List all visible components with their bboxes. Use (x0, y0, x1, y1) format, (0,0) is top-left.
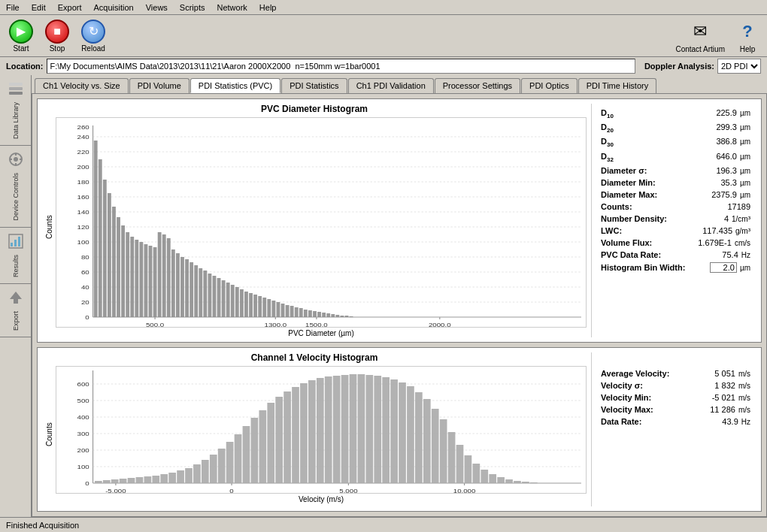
stat-volume-flux: Volume Flux: 1.679E-1 cm/s (601, 237, 750, 249)
sidebar-item-export[interactable]: Export (0, 284, 31, 337)
svg-rect-51 (130, 237, 134, 317)
svg-rect-176 (530, 482, 538, 483)
svg-rect-94 (326, 313, 330, 317)
tab-processor-settings[interactable]: Processor Settings (435, 78, 520, 93)
svg-rect-157 (374, 376, 381, 483)
svg-rect-10 (11, 243, 13, 246)
svg-rect-124 (103, 480, 111, 483)
pvc-histogram-svg: 0 20 40 60 80 100 120 140 160 180 (56, 118, 586, 328)
pvc-ylabel: Counts (42, 117, 56, 337)
svg-rect-45 (103, 180, 107, 317)
svg-rect-82 (271, 301, 275, 317)
velocity-max-value: 11 286 (690, 405, 735, 414)
toolbar: ▶ Start ■ Stop ↻ Reload ✉ Contact Artium… (0, 15, 767, 57)
svg-rect-88 (299, 308, 303, 317)
device-controls-label: Device Controls (12, 170, 20, 224)
start-button[interactable]: ▶ Start (6, 18, 36, 54)
svg-rect-98 (345, 316, 349, 317)
svg-rect-125 (111, 479, 119, 483)
ch1-chart-title: Channel 1 Velocity Histogram (42, 352, 587, 363)
reload-button[interactable]: ↻ Reload (78, 18, 108, 54)
diameter-min-value: 35.3 (692, 178, 737, 187)
svg-rect-167 (456, 445, 464, 483)
svg-rect-164 (432, 409, 439, 483)
pvc-data-rate-label: PVC Data Rate: (601, 250, 693, 259)
svg-rect-79 (258, 296, 262, 317)
svg-rect-12 (18, 237, 20, 246)
stat-histogram-bin: Histogram Bin Width: µm (601, 261, 750, 274)
volume-flux-unit: cm/s (735, 239, 750, 247)
menu-views[interactable]: Views (140, 2, 174, 14)
svg-rect-90 (308, 310, 312, 317)
menu-help[interactable]: Help (253, 2, 283, 14)
pvc-chart-title: PVC Diameter Histogram (42, 104, 587, 114)
velocity-sigma-label: Velocity σ: (601, 381, 690, 390)
velocity-min-value: -5 021 (690, 393, 735, 402)
svg-text:60: 60 (81, 269, 89, 276)
svg-rect-53 (139, 242, 143, 317)
tab-pdi-statistics[interactable]: PDI Statistics (281, 78, 347, 93)
menu-network[interactable]: Network (211, 2, 253, 14)
sidebar-item-data-library[interactable]: Data Library (0, 75, 31, 146)
status-text: Finished Acquisition (6, 521, 79, 530)
svg-rect-147 (292, 387, 299, 483)
svg-rect-165 (440, 419, 447, 483)
tab-ch1-velocity-size[interactable]: Ch1 Velocity vs. Size (35, 78, 129, 93)
lwc-label: LWC: (601, 226, 687, 235)
stat-diameter-max: Diameter Max: 2375.9 µm (601, 189, 750, 201)
doppler-label: Doppler Analysis: (644, 62, 714, 71)
tab-pdi-time-history[interactable]: PDI Time History (578, 78, 657, 93)
reload-label: Reload (81, 44, 105, 53)
contact-artium-button[interactable]: ✉ Contact Artium (675, 18, 725, 53)
start-label: Start (13, 44, 29, 53)
d20-value: 299.3 (692, 122, 737, 131)
svg-rect-137 (210, 455, 217, 483)
menu-file[interactable]: File (0, 2, 26, 14)
help-label: Help (740, 45, 756, 53)
diameter-sigma-label: Diameter σ: (601, 166, 692, 175)
d10-unit: µm (740, 109, 750, 117)
svg-text:20: 20 (81, 299, 89, 306)
velocity-sigma-unit: m/s (738, 382, 750, 390)
svg-rect-132 (168, 473, 176, 483)
histogram-bin-input[interactable] (710, 262, 737, 273)
svg-text:600: 600 (77, 381, 89, 388)
velocity-max-label: Velocity Max: (601, 405, 690, 414)
export-icon (5, 287, 26, 308)
svg-text:1500.0: 1500.0 (305, 322, 328, 328)
tab-ch1-pdi-validation[interactable]: Ch1 PDI Validation (348, 78, 434, 93)
svg-rect-155 (358, 374, 365, 483)
help-button[interactable]: ? Help (734, 18, 761, 53)
location-input[interactable] (47, 59, 635, 74)
stat-diameter-min: Diameter Min: 35.3 µm (601, 177, 750, 189)
stop-button[interactable]: ■ Stop (42, 18, 72, 54)
svg-rect-135 (193, 464, 201, 483)
svg-rect-50 (126, 232, 129, 317)
svg-rect-95 (331, 314, 335, 317)
stat-lwc: LWC: 117.435 g/m³ (601, 225, 750, 237)
svg-rect-85 (286, 305, 290, 317)
svg-rect-168 (465, 455, 472, 483)
sidebar-item-results[interactable]: Results (0, 228, 31, 284)
sidebar-item-device-controls[interactable]: Device Controls (0, 146, 31, 228)
svg-rect-154 (350, 374, 357, 483)
svg-rect-91 (313, 311, 317, 317)
pvc-chart-with-axes: Counts (42, 117, 587, 337)
velocity-min-unit: m/s (738, 394, 750, 402)
doppler-select[interactable]: 2D PDI (717, 59, 761, 74)
tab-pdi-volume[interactable]: PDI Volume (129, 78, 189, 93)
stat-velocity-max: Velocity Max: 11 286 m/s (601, 404, 750, 416)
diameter-max-label: Diameter Max: (601, 190, 692, 199)
svg-rect-136 (202, 460, 209, 483)
svg-rect-61 (176, 253, 180, 317)
menu-export[interactable]: Export (52, 2, 88, 14)
tab-pdi-optics[interactable]: PDI Optics (521, 78, 578, 93)
menu-scripts[interactable]: Scripts (174, 2, 211, 14)
svg-text:140: 140 (77, 209, 89, 216)
menu-acquisition[interactable]: Acquisition (88, 2, 140, 14)
tab-pdi-statistics-pvc[interactable]: PDI Statistics (PVC) (190, 78, 280, 93)
menu-edit[interactable]: Edit (26, 2, 52, 14)
d30-unit: µm (740, 138, 750, 146)
diameter-sigma-unit: µm (740, 167, 750, 175)
pvc-stats-panel: D10 225.9 µm D20 299.3 µm D30 386.8 µm (591, 104, 756, 337)
